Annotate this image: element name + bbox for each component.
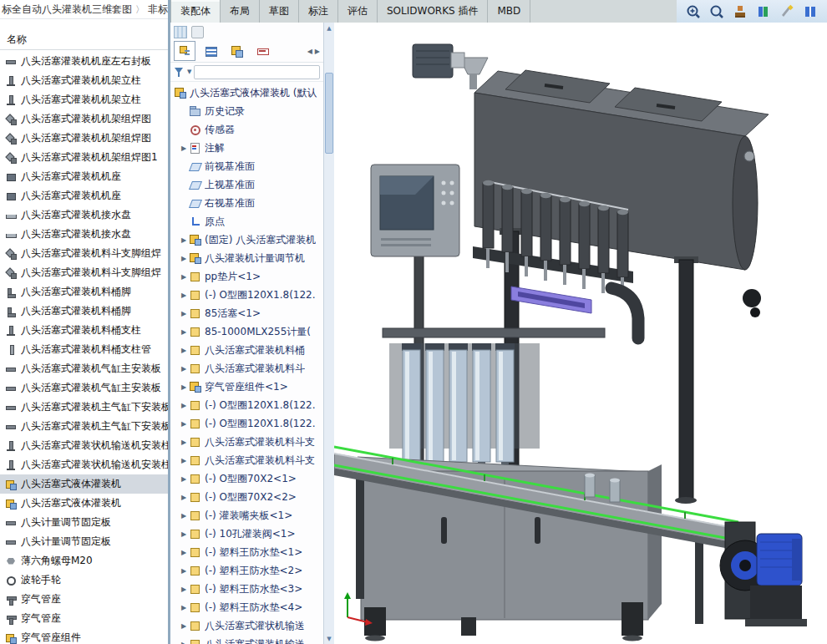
file-item[interactable]: 八头活塞式灌装状机输送机安装柱 <box>0 436 168 455</box>
zoom-in-icon[interactable] <box>685 3 702 20</box>
tabs-scroll-right-icon[interactable]: ▶ <box>315 48 320 55</box>
file-item[interactable]: 八头活塞式灌装机料斗支脚组焊 <box>0 263 168 282</box>
model-elbow-pipe[interactable] <box>611 288 638 338</box>
ribbon-tab-1[interactable]: 布局 <box>221 0 260 23</box>
expand-arrow-icon[interactable]: ▶ <box>179 457 189 464</box>
expand-arrow-icon[interactable]: ▶ <box>179 530 189 538</box>
tree-root-item[interactable]: 八头活塞式液体灌装机 (默认 <box>170 84 323 102</box>
filter-icon[interactable] <box>174 67 185 78</box>
expand-arrow-icon[interactable]: ▶ <box>179 604 189 611</box>
file-item[interactable]: 八头活塞式灌装机主气缸下安装板 <box>0 417 168 436</box>
tree-item[interactable]: ▶八头活塞式灌装机料桶 <box>170 341 323 359</box>
file-item[interactable]: 八头活塞式灌装机机架立柱 <box>0 71 168 90</box>
file-item[interactable]: 八头活塞式灌装机机座 <box>0 186 168 205</box>
ribbon-tab-0[interactable]: 装配体 <box>170 0 221 23</box>
stamp-icon[interactable] <box>732 3 748 20</box>
tree-item[interactable]: ▶85-1000MLX255计量( <box>170 322 323 341</box>
expand-arrow-icon[interactable]: ▶ <box>179 439 189 446</box>
tree-item[interactable]: ▶(-) O型圈70X2<2> <box>170 488 323 506</box>
ribbon-tab-5[interactable]: SOLIDWORKS 插件 <box>378 0 488 23</box>
tree-item[interactable]: ▶八头活塞式灌装机料斗支 <box>170 433 323 451</box>
tree-item[interactable]: ▶(-) 塑料王防水垫<3> <box>170 580 323 598</box>
tree-item[interactable]: 传感器 <box>170 120 323 139</box>
file-item[interactable]: 穿气管座组件 <box>0 628 168 644</box>
tree-item[interactable]: ▶穿气管座组件<1> <box>170 378 323 396</box>
tree-item[interactable]: ▶八头活塞式灌装机料斗支 <box>170 451 323 469</box>
tree-item[interactable]: ▶(-) O型圈120X1.8(122. <box>170 286 323 304</box>
tree-item[interactable]: ▶(固定) 八头活塞式灌装机 <box>170 231 323 249</box>
expand-arrow-icon[interactable]: ▶ <box>179 402 189 409</box>
expand-arrow-icon[interactable]: ▶ <box>179 236 189 244</box>
featuremanager-tab[interactable] <box>174 41 195 61</box>
tree-scrollbar[interactable]: ▲ ▼ <box>323 23 335 644</box>
file-item[interactable]: 八头活塞式灌装机接水盘 <box>0 225 168 244</box>
file-item[interactable]: 八头活塞式灌装机料斗支脚组焊 <box>0 244 168 263</box>
file-item[interactable]: 八头计量调节固定板 <box>0 532 168 551</box>
expand-arrow-icon[interactable]: ▶ <box>179 622 189 630</box>
viewport-3d-model[interactable] <box>334 23 827 644</box>
expand-arrow-icon[interactable]: ▶ <box>179 494 189 501</box>
model-manifold[interactable] <box>511 287 591 313</box>
tree-item[interactable]: ▶八头活塞式灌状机输送 <box>170 616 323 635</box>
ribbon-tab-4[interactable]: 评估 <box>338 0 378 23</box>
file-item[interactable]: 八头活塞式液体灌装机 <box>0 494 168 513</box>
expand-arrow-icon[interactable]: ▶ <box>179 145 189 152</box>
scroll-down-icon[interactable]: ▼ <box>324 633 334 644</box>
expand-arrow-icon[interactable]: ▶ <box>179 310 189 317</box>
magnifier-icon[interactable] <box>708 3 725 20</box>
configurationmanager-tab[interactable] <box>226 41 247 61</box>
scrollbar-thumb[interactable] <box>325 73 333 154</box>
file-item[interactable]: 八头活塞式灌装机气缸主安装板 <box>0 378 168 398</box>
file-item[interactable]: 穿气管座 <box>0 590 168 609</box>
tree-item[interactable]: ▶(-) 灌装嘴夹板<1> <box>170 506 323 525</box>
expand-arrow-icon[interactable]: ▶ <box>179 549 189 556</box>
tree-item[interactable]: ▶八头活塞式灌装机料斗 <box>170 359 323 378</box>
file-item[interactable]: 八头活塞式灌装机料桶支柱管 <box>0 340 168 359</box>
expand-arrow-icon[interactable]: ▶ <box>179 475 189 483</box>
file-item[interactable]: 八头活塞式灌装机机架组焊图 <box>0 129 168 148</box>
file-item[interactable]: 八头活塞式灌装机主气缸下安装板 <box>0 398 168 417</box>
tree-item[interactable]: ▶pp垫片<1> <box>170 267 323 286</box>
file-item[interactable]: 八头活塞式灌装机机架组焊图1 <box>0 148 168 167</box>
expand-arrow-icon[interactable]: ▶ <box>179 255 189 262</box>
tree-item[interactable]: 原点 <box>170 212 323 231</box>
filter-input[interactable] <box>194 65 320 79</box>
library-icon[interactable] <box>755 3 772 20</box>
expand-arrow-icon[interactable]: ▶ <box>179 273 189 281</box>
model-dosing-cylinders[interactable] <box>383 328 605 472</box>
tree-item[interactable]: ▶八头活塞式灌装机输送 <box>170 635 323 644</box>
tree-item[interactable]: ▶注解 <box>170 139 323 157</box>
file-item[interactable]: 八头活塞式灌装机接水盘 <box>0 205 168 225</box>
pin-icon[interactable] <box>191 26 204 38</box>
file-item[interactable]: 八头活塞式灌装机料桶支柱 <box>0 321 168 340</box>
tree-item[interactable]: 历史记录 <box>170 102 323 120</box>
tree-item[interactable]: ▶八头灌装机计量调节机 <box>170 249 323 267</box>
expand-arrow-icon[interactable]: ▶ <box>179 292 189 299</box>
file-item[interactable]: 八头活塞式灌装机机架立柱 <box>0 90 168 109</box>
knife-icon[interactable] <box>779 3 795 20</box>
file-item[interactable]: 波轮手轮 <box>0 570 168 590</box>
expand-arrow-icon[interactable]: ▶ <box>179 420 189 428</box>
tree-item[interactable]: ▶(-) 塑料王防水垫<2> <box>170 561 323 580</box>
expand-arrow-icon[interactable]: ▶ <box>179 328 189 336</box>
file-item[interactable]: 八头活塞式灌装状机输送机安装柱 <box>0 455 168 474</box>
propertymanager-tab[interactable] <box>200 41 221 61</box>
file-item[interactable]: 薄六角螺母M20 <box>0 551 168 570</box>
tree-item[interactable]: 上视基准面 <box>170 175 323 194</box>
ribbon-tab-3[interactable]: 标注 <box>299 0 338 23</box>
expand-arrow-icon[interactable]: ▶ <box>179 641 189 644</box>
column-header-name[interactable]: 名称 <box>0 29 168 50</box>
expand-arrow-icon[interactable]: ▶ <box>179 512 189 520</box>
file-item[interactable]: 八头活塞式灌装机料桶脚 <box>0 282 168 302</box>
file-item[interactable]: 八头活塞式灌装机料桶脚 <box>0 302 168 321</box>
expand-arrow-icon[interactable]: ▶ <box>179 365 189 373</box>
ribbon-tab-6[interactable]: MBD <box>488 0 530 23</box>
tree-item[interactable]: ▶(-) O型圈70X2<1> <box>170 469 323 488</box>
breadcrumb-path[interactable]: 标全自动八头灌装机三维套图 <box>2 3 132 15</box>
tree-item[interactable]: ▶(-) O型圈120X1.8(122. <box>170 396 323 414</box>
file-item[interactable]: 八头活塞式灌装机机架组焊图 <box>0 109 168 129</box>
breadcrumb[interactable]: 标全自动八头灌装机三维套图〉非标 <box>0 0 168 19</box>
graphics-viewport[interactable] <box>334 23 827 644</box>
breadcrumb-current[interactable]: 非标 <box>148 3 168 15</box>
file-item[interactable]: 八头活塞式灌装机气缸主安装板 <box>0 359 168 378</box>
